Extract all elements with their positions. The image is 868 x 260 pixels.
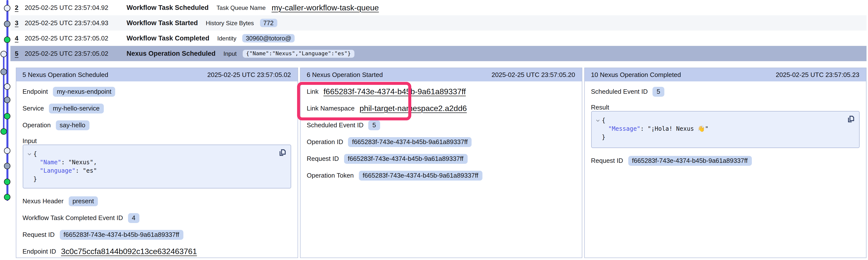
event-time: 2025-02-25 UTC 23:57:04.93 xyxy=(25,19,127,27)
event-row-selected[interactable]: 5 2025-02-25 UTC 23:57:05.02 Nexus Opera… xyxy=(10,46,867,61)
event-status-dot xyxy=(4,113,11,119)
event-status-dot xyxy=(0,68,7,75)
event-row[interactable]: 3 2025-02-25 UTC 23:57:04.93 Workflow Ta… xyxy=(10,15,867,31)
event-time: 2025-02-25 UTC 23:57:05.02 xyxy=(25,35,127,42)
field-value-link[interactable]: f665283f-743e-4374-b45b-9a61a89337ff xyxy=(323,87,466,96)
field-value-badge: 4 xyxy=(128,213,140,223)
panel-nexus-operation-completed: 10 Nexus Operation Completed 2025-02-25 … xyxy=(584,67,866,258)
copy-button[interactable] xyxy=(278,148,286,157)
json-brace: } xyxy=(33,175,37,183)
event-name: Workflow Task Completed xyxy=(127,35,209,42)
event-detail-panels: 5 Nexus Operation Scheduled 2025-02-25 U… xyxy=(16,67,866,258)
event-status-dot xyxy=(4,194,11,200)
collapse-chevron-icon[interactable] xyxy=(27,152,33,156)
json-value: : "Nexus", xyxy=(61,158,97,166)
field-value-badge: f665283f-743e-4374-b45b-9a61a89337ff xyxy=(628,156,752,165)
field-label: Endpoint ID xyxy=(23,248,56,255)
field-value-badge: f665283f-743e-4374-b45b-9a61a89337ff xyxy=(359,171,482,180)
panel-timestamp: 2025-02-25 UTC 23:57:05.20 xyxy=(492,71,575,78)
field-label: Request ID xyxy=(307,155,339,162)
field-label: Scheduled Event ID xyxy=(591,88,648,95)
field-label: Operation ID xyxy=(307,138,343,146)
result-json-viewer: { "Message": "¡Hola! Nexus 👋" } xyxy=(591,111,859,148)
panel-title: 10 Nexus Operation Completed xyxy=(591,71,681,78)
event-attr-link[interactable]: my-caller-workflow-task-queue xyxy=(272,3,379,12)
field-link: Link f665283f-743e-4374-b45b-9a61a89337f… xyxy=(307,83,575,100)
field-value-badge: 5 xyxy=(653,86,664,97)
json-key: "Message" xyxy=(608,124,640,133)
field-operation-token: Operation Token f665283f-743e-4374-b45b-… xyxy=(307,167,575,184)
event-status-dot xyxy=(4,147,11,154)
panel-header: 5 Nexus Operation Scheduled 2025-02-25 U… xyxy=(16,68,297,81)
event-attr-label: Input xyxy=(223,50,237,57)
json-brace: { xyxy=(602,116,605,124)
field-value-badge: f665283f-743e-4374-b45b-9a61a89337ff xyxy=(344,154,467,163)
event-status-dot xyxy=(4,5,11,11)
panel-body: Endpoint my-nexus-endpoint Service my-he… xyxy=(16,81,297,260)
event-time: 2025-02-25 UTC 23:57:04.92 xyxy=(25,4,127,11)
field-value-link[interactable]: 3c0c75ccfa8144b092c13ce632463761 xyxy=(61,247,197,256)
event-row[interactable]: 2 2025-02-25 UTC 23:57:04.92 Workflow Ta… xyxy=(10,0,867,15)
field-workflow-task-completed-event-id: Workflow Task Completed Event ID 4 xyxy=(23,210,291,226)
field-value-badge: my-nexus-endpoint xyxy=(53,86,116,97)
event-time: 2025-02-25 UTC 23:57:05.02 xyxy=(25,50,127,57)
field-value-badge: f665283f-743e-4374-b45b-9a61a89337ff xyxy=(348,137,471,147)
field-endpoint-id: Endpoint ID 3c0c75ccfa8144b092c13ce63246… xyxy=(23,243,291,260)
event-id-link[interactable]: 5 xyxy=(15,50,25,57)
field-value-link[interactable]: phil-target-namespace2.a2dd6 xyxy=(360,104,467,113)
event-id-link[interactable]: 3 xyxy=(15,19,25,27)
field-request-id: Request ID f665283f-743e-4374-b45b-9a61a… xyxy=(23,226,291,243)
field-label: Workflow Task Completed Event ID xyxy=(23,214,123,222)
field-label: Service xyxy=(23,105,44,112)
event-id-link[interactable]: 4 xyxy=(15,35,25,42)
event-attr-value: 30960@totoro@ xyxy=(242,34,294,42)
event-status-dot xyxy=(0,50,7,57)
event-attr-value: 772 xyxy=(260,19,277,27)
event-history-list: 2 2025-02-25 UTC 23:57:04.92 Workflow Ta… xyxy=(10,0,867,61)
panel-header: 6 Nexus Operation Started 2025-02-25 UTC… xyxy=(300,68,582,81)
json-value: : "¡Hola! Nexus 👋" xyxy=(640,124,709,133)
json-key: "Language" xyxy=(40,166,75,175)
field-link-namespace: Link Namespace phil-target-namespace2.a2… xyxy=(307,100,575,117)
field-value-badge: my-hello-service xyxy=(49,103,103,113)
json-brace: { xyxy=(33,150,37,158)
event-name: Workflow Task Started xyxy=(127,19,198,27)
field-nexus-header: Nexus Header present xyxy=(23,193,291,210)
event-row[interactable]: 4 2025-02-25 UTC 23:57:05.02 Workflow Ta… xyxy=(10,31,867,46)
field-label: Operation xyxy=(23,121,51,129)
event-name: Nexus Operation Scheduled xyxy=(127,50,216,57)
event-id-link[interactable]: 2 xyxy=(15,4,25,11)
panel-title: 6 Nexus Operation Started xyxy=(307,71,383,78)
panel-timestamp: 2025-02-25 UTC 23:57:05.23 xyxy=(776,71,859,78)
event-attr-label: History Size Bytes xyxy=(206,20,254,26)
field-label: Request ID xyxy=(591,157,623,164)
result-section-label: Result xyxy=(591,100,859,111)
field-request-id: Request ID f665283f-743e-4374-b45b-9a61a… xyxy=(591,152,859,169)
json-value: : "es" xyxy=(75,166,97,175)
event-status-dot xyxy=(4,162,11,169)
panel-nexus-operation-scheduled: 5 Nexus Operation Scheduled 2025-02-25 U… xyxy=(16,67,298,258)
event-status-dot xyxy=(4,21,11,27)
panel-nexus-operation-started: 6 Nexus Operation Started 2025-02-25 UTC… xyxy=(300,67,582,258)
event-attr-label: Task Queue Name xyxy=(217,4,266,11)
field-value-badge: f665283f-743e-4374-b45b-9a61a89337ff xyxy=(60,230,183,239)
field-label: Nexus Header xyxy=(23,197,64,205)
field-label: Request ID xyxy=(23,231,55,238)
field-value-badge: 5 xyxy=(369,120,380,130)
field-service: Service my-hello-service xyxy=(23,100,291,117)
panel-body: Scheduled Event ID 5 Result xyxy=(585,81,866,169)
workflow-history-view: 2 2025-02-25 UTC 23:57:04.92 Workflow Ta… xyxy=(0,0,868,260)
copy-button[interactable] xyxy=(846,115,855,123)
field-value-badge: say-hello xyxy=(56,120,89,130)
input-section-label: Input xyxy=(23,134,291,144)
event-status-dot xyxy=(4,36,11,43)
copy-icon xyxy=(846,115,855,123)
panel-timestamp: 2025-02-25 UTC 23:57:05.02 xyxy=(207,71,291,78)
copy-icon xyxy=(278,148,286,157)
collapse-chevron-icon[interactable] xyxy=(595,118,602,122)
timeline-branch-line xyxy=(3,54,4,131)
field-label: Operation Token xyxy=(307,172,354,179)
input-json-viewer: { "Name": "Nexus", "Language": "es" } xyxy=(23,144,291,188)
event-attr-label: Identity xyxy=(217,35,236,42)
json-key: "Name" xyxy=(40,158,61,166)
